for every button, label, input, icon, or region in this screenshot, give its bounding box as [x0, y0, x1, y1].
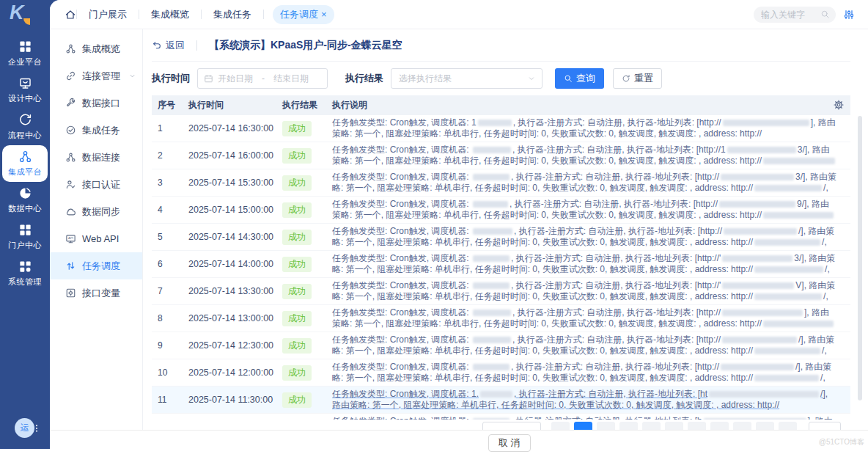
topnav-item-1[interactable]: 集成概览 [139, 8, 201, 21]
rail-item-5[interactable]: 门户中心 [2, 219, 48, 255]
rail-item-3[interactable]: 集成平台 [2, 145, 48, 182]
tab-label: 任务调度 [280, 8, 318, 21]
rail-item-2[interactable]: 流程中心 [2, 109, 48, 145]
pagination-page-button[interactable] [551, 422, 570, 430]
wrench-icon [65, 98, 76, 109]
row-time: 2025-07-14 13:30:00 [183, 286, 276, 296]
rail-item-6[interactable]: 系统管理 [2, 255, 48, 292]
submenu-item-3[interactable]: 集成任务 [50, 117, 142, 144]
page-size-select[interactable] [482, 422, 541, 430]
submenu-item-5[interactable]: 接口认证 [50, 171, 142, 198]
search-icon [820, 10, 830, 19]
submenu-item-8[interactable]: 任务调度 [50, 252, 142, 279]
content-surface: 门户展示集成概览集成任务 任务调度 × 集成概览连接管理数据接口集成任务数据连接… [50, 0, 868, 430]
submenu-item-0[interactable]: 集成概览 [50, 35, 142, 62]
row-description: 任务触发类型: Cron触发, 调度机器: , 执行器-注册方式: 自动注册, … [326, 253, 850, 276]
redacted-text [473, 310, 511, 316]
tab-task-schedule[interactable]: 任务调度 × [273, 5, 334, 24]
search-input[interactable] [761, 10, 812, 20]
system-icon [18, 260, 32, 274]
topnav-item-2[interactable]: 集成任务 [202, 8, 263, 21]
row-time: 2025-07-14 16:00:00 [183, 150, 276, 161]
submenu-item-9[interactable]: 接口变量 [50, 279, 142, 307]
search-box[interactable] [754, 7, 836, 23]
status-badge: 成功 [282, 338, 312, 354]
redacted-text [721, 174, 794, 180]
rail-item-4[interactable]: 数据中心 [2, 182, 48, 219]
row-seq: 5 [152, 232, 183, 242]
pagination-page-button[interactable] [710, 422, 729, 430]
redacted-text [473, 255, 510, 262]
row-seq: 10 [152, 367, 183, 378]
pagination-page-button[interactable] [733, 422, 751, 430]
table-row[interactable]: 72025-07-14 13:30:00成功任务触发类型: Cron触发, 调度… [152, 278, 850, 305]
home-icon[interactable] [65, 9, 76, 21]
pagination-bar [152, 420, 850, 430]
row-description: 任务触发类型: Cron触发, 调度机器: , 执行器-注册方式: 自动注册, … [326, 334, 850, 357]
cancel-button[interactable]: 取 消 [488, 434, 531, 452]
redacted-text [480, 391, 512, 398]
kpaas-logo: K [10, 1, 24, 24]
collapse-sidebar-icon[interactable] [37, 10, 46, 20]
submenu-item-label: 接口变量 [82, 287, 120, 300]
submenu-item-1[interactable]: 连接管理 [50, 62, 142, 89]
rail-item-label: 系统管理 [8, 277, 42, 288]
redacted-text [719, 201, 795, 208]
vertical-scrollbar[interactable] [858, 116, 862, 400]
row-seq: 9 [152, 340, 183, 351]
table-row[interactable]: 112025-07-14 11:30:00成功任务触发类型: Cron触发, 调… [152, 387, 850, 414]
pagination-page-button[interactable] [756, 422, 774, 430]
table-row[interactable]: 102025-07-14 12:00:00成功任务触发类型: Cron触发, 调… [152, 359, 850, 387]
table-row[interactable]: 12025-07-14 16:30:00成功任务触发类型: Cron触发, 调度… [152, 115, 850, 142]
more-vertical-icon[interactable] [32, 423, 41, 433]
table-row[interactable]: 92025-07-14 12:30:00成功任务触发类型: Cron触发, 调度… [152, 332, 850, 359]
sliders-icon[interactable] [843, 9, 855, 21]
pagination-page-button[interactable] [619, 422, 638, 430]
redacted-text [709, 391, 819, 398]
redacted-text [754, 185, 822, 191]
main-content: 返回 【系统演示】KPaaS用户-同步-金蝶云星空 执行时间 开始日期 - 结束… [143, 29, 868, 430]
date-range-input[interactable]: 开始日期 - 结束日期 [197, 68, 328, 89]
grid-icon [18, 223, 32, 237]
rail-item-0[interactable]: 企业平台 [2, 35, 48, 72]
table-row[interactable]: 62025-07-14 14:00:00成功任务触发类型: Cron触发, 调度… [152, 251, 850, 278]
page-header: 返回 【系统演示】KPaaS用户-同步-金蝶云星空 [152, 29, 850, 62]
table-row[interactable]: 32025-07-14 15:30:00成功任务触发类型: Cron触发, 调度… [152, 169, 850, 197]
pagination-page-button[interactable] [642, 422, 661, 430]
close-icon[interactable]: × [321, 10, 327, 19]
avatar[interactable]: 运 [15, 418, 34, 438]
table-row[interactable]: 82025-07-14 13:00:00成功任务触发类型: Cron触发, 调度… [152, 305, 850, 332]
redacted-text [473, 337, 511, 343]
gear-icon[interactable] [833, 99, 845, 111]
col-time: 执行时间 [183, 99, 276, 111]
table-row[interactable]: 52025-07-14 14:30:00成功任务触发类型: Cron触发, 调度… [152, 224, 850, 251]
back-button[interactable]: 返回 [152, 39, 185, 52]
col-result: 执行结果 [276, 99, 326, 111]
pagination-jumper[interactable] [809, 422, 841, 430]
range-separator: - [262, 73, 265, 84]
pagination-page-button[interactable] [597, 422, 615, 430]
reset-button[interactable]: 重置 [613, 68, 662, 89]
redacted-text [754, 375, 819, 381]
header-divider [196, 40, 197, 51]
pagination-page-button[interactable] [779, 422, 797, 430]
result-select[interactable]: 选择执行结果 [391, 68, 542, 89]
table-row[interactable]: 42025-07-14 15:00:00成功任务触发类型: Cron触发, 调度… [152, 197, 850, 224]
chevron-down-icon [527, 74, 536, 83]
submenu-item-7[interactable]: APIWeb API [50, 225, 142, 252]
rail-item-1[interactable]: 设计中心 [2, 72, 48, 109]
pagination-page-button[interactable] [688, 422, 706, 430]
row-description: 任务触发类型: Cron触发, 调度机器: 1., 执行器-注册方式: 自动注册… [326, 389, 850, 411]
table-row[interactable]: 22025-07-14 16:00:00成功任务触发类型: Cron触发, 调度… [152, 142, 850, 169]
query-button[interactable]: 查询 [555, 68, 604, 89]
pagination-page-button[interactable] [665, 422, 683, 430]
submenu-item-6[interactable]: 数据同步 [50, 198, 142, 225]
result-select-placeholder: 选择执行结果 [399, 73, 452, 85]
svg-text:API: API [68, 236, 73, 240]
submenu-item-4[interactable]: 数据连接 [50, 144, 142, 171]
pagination-page-button[interactable] [574, 422, 592, 430]
link-icon [65, 70, 76, 81]
topnav-item-0[interactable]: 门户展示 [77, 8, 139, 21]
return-arrow-icon [152, 40, 162, 51]
submenu-item-2[interactable]: 数据接口 [50, 89, 142, 117]
